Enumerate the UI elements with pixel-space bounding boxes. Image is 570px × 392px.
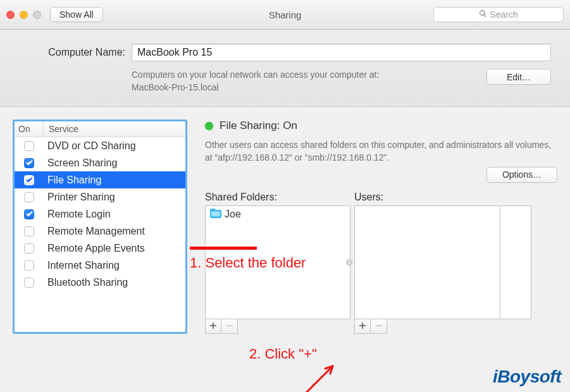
column-on-header[interactable]: On [15, 121, 44, 137]
service-checkbox[interactable] [24, 158, 34, 168]
users-list[interactable] [354, 205, 531, 319]
status-label: File Sharing: On [220, 119, 297, 132]
service-name: Internet Sharing [44, 260, 185, 271]
edit-button[interactable]: Edit… [486, 69, 551, 85]
status-indicator-icon [205, 122, 213, 130]
service-checkbox[interactable] [24, 209, 34, 219]
service-checkbox[interactable] [24, 260, 34, 271]
users-label: Users: [354, 192, 531, 203]
service-checkbox[interactable] [24, 175, 34, 185]
shared-folders-column: Shared Folders: Joe [205, 192, 350, 334]
service-name: DVD or CD Sharing [44, 140, 185, 152]
computer-name-helper: Computers on your local network can acce… [132, 69, 435, 94]
show-all-button[interactable]: Show All [50, 7, 103, 22]
traffic-lights [6, 11, 41, 19]
search-icon [479, 9, 487, 20]
service-checkbox[interactable] [24, 243, 34, 254]
access-description: Other users can access shared folders on… [205, 138, 557, 164]
close-window-button[interactable] [6, 11, 15, 19]
remove-folder-button[interactable] [221, 319, 238, 334]
service-row[interactable]: Printer Sharing [15, 188, 185, 205]
window-toolbar: Show All Sharing Search [0, 0, 570, 30]
minimize-window-button[interactable] [20, 11, 28, 19]
svg-rect-0 [211, 211, 220, 216]
service-row[interactable]: Internet Sharing [15, 257, 185, 274]
service-row[interactable]: File Sharing [15, 171, 185, 188]
search-input[interactable]: Search [433, 7, 564, 22]
service-checkbox[interactable] [24, 192, 34, 202]
shared-folder-name: Joe [225, 209, 241, 220]
annotation-arrow-icon [301, 360, 339, 392]
service-name: Bluetooth Sharing [44, 277, 185, 288]
service-row[interactable]: DVD or CD Sharing [15, 137, 185, 154]
zoom-window-button[interactable] [33, 11, 41, 19]
remove-user-button[interactable] [371, 319, 387, 334]
computer-name-label: Computer Name: [19, 47, 132, 58]
search-placeholder: Search [490, 9, 517, 20]
service-name: Remote Login [44, 209, 185, 220]
service-name: Screen Sharing [44, 157, 185, 169]
plus-icon [359, 320, 366, 333]
service-checkbox[interactable] [24, 226, 34, 236]
users-permission-divider [500, 206, 500, 319]
annotation-underline [190, 247, 257, 250]
watermark-logo: iBoysoft [493, 367, 561, 387]
header-area: Computer Name: Computers on your local n… [0, 30, 570, 107]
service-name: Remote Management [44, 226, 185, 237]
service-checkbox[interactable] [24, 278, 34, 288]
service-row[interactable]: Remote Login [15, 205, 185, 223]
service-detail-panel: File Sharing: On Other users can access … [187, 119, 557, 334]
options-button[interactable]: Options… [486, 167, 557, 183]
service-name: File Sharing [44, 175, 185, 186]
folder-icon [209, 208, 222, 221]
service-row[interactable]: Bluetooth Sharing [15, 274, 185, 291]
service-name: Remote Apple Events [44, 243, 185, 254]
shared-folders-list[interactable]: Joe [205, 205, 350, 319]
minus-icon [226, 320, 233, 333]
service-checkbox[interactable] [24, 141, 34, 151]
users-column: Users: [354, 192, 531, 334]
shared-folders-label: Shared Folders: [205, 192, 350, 203]
shared-folder-item[interactable]: Joe [206, 206, 350, 223]
minus-icon [375, 320, 383, 333]
service-row[interactable]: Screen Sharing [15, 154, 185, 171]
computer-name-field[interactable] [132, 44, 551, 61]
plus-icon [209, 320, 217, 333]
column-service-header[interactable]: Service [44, 121, 185, 137]
service-row[interactable]: Remote Management [15, 223, 185, 240]
add-user-button[interactable] [354, 319, 371, 334]
services-list[interactable]: On Service DVD or CD SharingScreen Shari… [13, 119, 187, 334]
service-name: Printer Sharing [44, 192, 185, 203]
service-row[interactable]: Remote Apple Events [15, 240, 185, 257]
body-area: On Service DVD or CD SharingScreen Shari… [0, 107, 570, 346]
services-header: On Service [15, 121, 185, 137]
add-folder-button[interactable] [205, 319, 221, 334]
